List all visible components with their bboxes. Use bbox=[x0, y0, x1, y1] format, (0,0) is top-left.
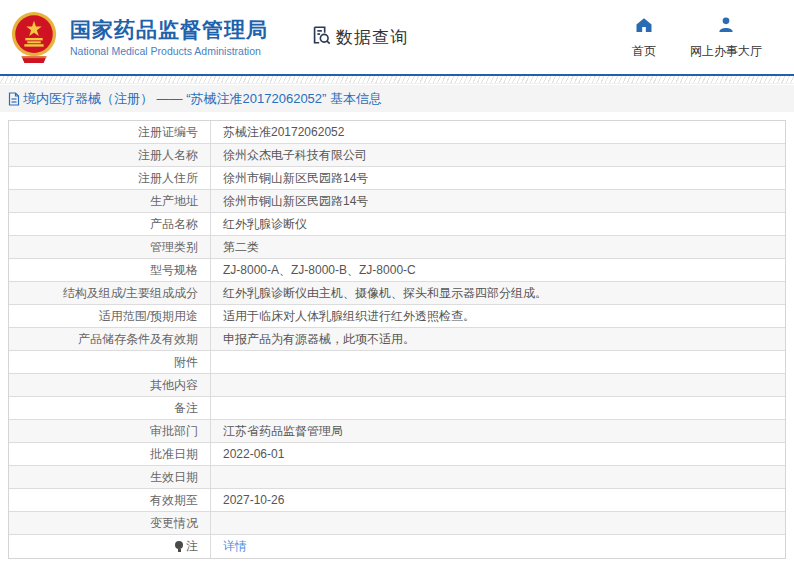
table-row: 批准日期2022-06-01 bbox=[9, 443, 785, 466]
header: 国家药品监督管理局 National Medical Products Admi… bbox=[0, 0, 794, 74]
row-value: 适用于临床对人体乳腺组织进行红外透照检查。 bbox=[211, 305, 785, 327]
brand-title: 国家药品监督管理局 bbox=[70, 17, 268, 42]
data-query-label: 数据查询 bbox=[336, 26, 408, 49]
table-row: 型号规格ZJ-8000-A、ZJ-8000-B、ZJ-8000-C bbox=[9, 259, 785, 282]
table-row: 审批部门江苏省药品监督管理局 bbox=[9, 420, 785, 443]
row-label: 注册证编号 bbox=[9, 121, 211, 143]
row-label: 产品名称 bbox=[9, 213, 211, 235]
row-value bbox=[211, 512, 785, 534]
row-label: 有效期至 bbox=[9, 489, 211, 511]
row-label: 注册人住所 bbox=[9, 167, 211, 189]
row-value: 2027-10-26 bbox=[211, 489, 785, 511]
user-icon bbox=[716, 15, 736, 39]
row-label: 型号规格 bbox=[9, 259, 211, 281]
row-value: 苏械注准20172062052 bbox=[211, 121, 785, 143]
national-emblem-icon bbox=[8, 9, 60, 65]
row-value: 红外乳腺诊断仪由主机、摄像机、探头和显示器四部分组成。 bbox=[211, 282, 785, 304]
registration-info-table: 注册证编号苏械注准20172062052注册人名称徐州众杰电子科技有限公司注册人… bbox=[8, 120, 786, 559]
row-label: 生产地址 bbox=[9, 190, 211, 212]
row-label: 变更情况 bbox=[9, 512, 211, 534]
nav-item-service-hall-label: 网上办事大厅 bbox=[690, 43, 762, 60]
row-label: 产品储存条件及有效期 bbox=[9, 328, 211, 350]
data-query-button[interactable]: 数据查询 bbox=[310, 24, 408, 50]
table-row: 备注 bbox=[9, 397, 785, 420]
row-value: 2022-06-01 bbox=[211, 443, 785, 465]
row-label: 注册人名称 bbox=[9, 144, 211, 166]
row-value: 申报产品为有源器械，此项不适用。 bbox=[211, 328, 785, 350]
hatch-band bbox=[0, 76, 794, 84]
brand: 国家药品监督管理局 National Medical Products Admi… bbox=[70, 17, 268, 56]
row-value bbox=[211, 397, 785, 419]
row-label: 注 bbox=[9, 535, 211, 558]
table-row: 注册人名称徐州众杰电子科技有限公司 bbox=[9, 144, 785, 167]
row-label: 生效日期 bbox=[9, 466, 211, 488]
row-value: 江苏省药品监督管理局 bbox=[211, 420, 785, 442]
table-row: 产品名称红外乳腺诊断仪 bbox=[9, 213, 785, 236]
table-row: 有效期至2027-10-26 bbox=[9, 489, 785, 512]
nav-item-home[interactable]: 首页 bbox=[632, 15, 656, 60]
row-value: ZJ-8000-A、ZJ-8000-B、ZJ-8000-C bbox=[211, 259, 785, 281]
row-value: 徐州众杰电子科技有限公司 bbox=[211, 144, 785, 166]
row-value: 徐州市铜山新区民园路14号 bbox=[211, 190, 785, 212]
row-label: 管理类别 bbox=[9, 236, 211, 258]
row-value: 徐州市铜山新区民园路14号 bbox=[211, 167, 785, 189]
row-value bbox=[211, 374, 785, 396]
table-row: 结构及组成/主要组成成分红外乳腺诊断仪由主机、摄像机、探头和显示器四部分组成。 bbox=[9, 282, 785, 305]
table-row: 其他内容 bbox=[9, 374, 785, 397]
row-value: 红外乳腺诊断仪 bbox=[211, 213, 785, 235]
row-label: 备注 bbox=[9, 397, 211, 419]
row-label: 审批部门 bbox=[9, 420, 211, 442]
bulb-icon bbox=[175, 541, 183, 552]
document-search-icon bbox=[310, 24, 332, 50]
top-nav: 首页 网上办事大厅 bbox=[632, 15, 780, 60]
table-row: 注册证编号苏械注准20172062052 bbox=[9, 121, 785, 144]
row-value: 第二类 bbox=[211, 236, 785, 258]
table-row: 注册人住所徐州市铜山新区民园路14号 bbox=[9, 167, 785, 190]
row-label: 附件 bbox=[9, 351, 211, 373]
nav-item-home-label: 首页 bbox=[632, 43, 656, 60]
table-row: 管理类别第二类 bbox=[9, 236, 785, 259]
table-row: 产品储存条件及有效期申报产品为有源器械，此项不适用。 bbox=[9, 328, 785, 351]
brand-subtitle: National Medical Products Administration bbox=[70, 45, 268, 57]
row-value bbox=[211, 466, 785, 488]
home-icon bbox=[634, 15, 654, 39]
details-link[interactable]: 详情 bbox=[223, 538, 247, 555]
row-label: 适用范围/预期用途 bbox=[9, 305, 211, 327]
table-row: 注详情 bbox=[9, 535, 785, 558]
row-value: 详情 bbox=[211, 535, 785, 558]
table-row: 生产地址徐州市铜山新区民园路14号 bbox=[9, 190, 785, 213]
row-label: 结构及组成/主要组成成分 bbox=[9, 282, 211, 304]
nav-item-service-hall[interactable]: 网上办事大厅 bbox=[690, 15, 762, 60]
breadcrumb: 境内医疗器械（注册） —— “苏械注准20172062052” 基本信息 bbox=[0, 85, 794, 112]
table-row: 附件 bbox=[9, 351, 785, 374]
row-label: 其他内容 bbox=[9, 374, 211, 396]
table-row: 适用范围/预期用途适用于临床对人体乳腺组织进行红外透照检查。 bbox=[9, 305, 785, 328]
table-row: 变更情况 bbox=[9, 512, 785, 535]
row-label: 批准日期 bbox=[9, 443, 211, 465]
table-row: 生效日期 bbox=[9, 466, 785, 489]
document-icon bbox=[8, 92, 20, 106]
row-value bbox=[211, 351, 785, 373]
breadcrumb-text: 境内医疗器械（注册） —— “苏械注准20172062052” 基本信息 bbox=[23, 90, 382, 108]
